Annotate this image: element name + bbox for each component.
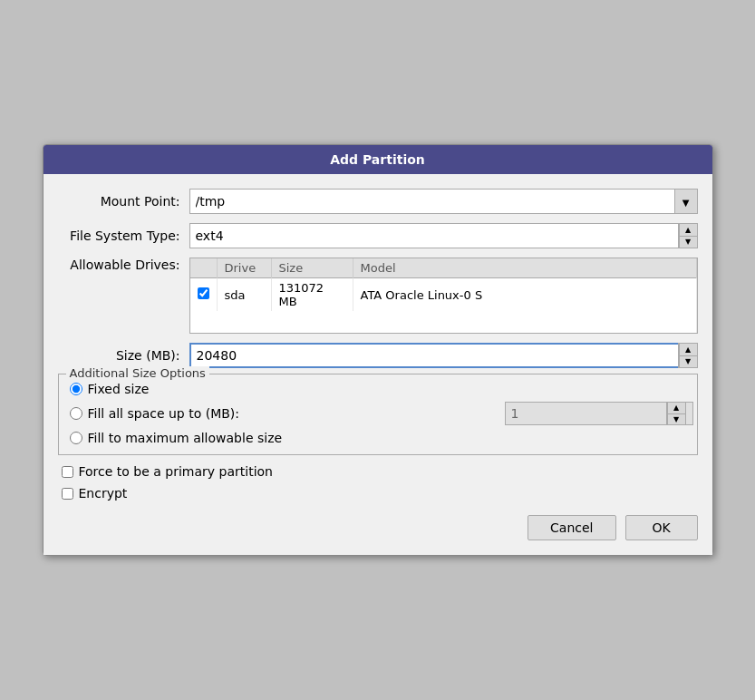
drives-col-radio: [190, 258, 218, 278]
file-system-type-down-button[interactable]: ▼: [679, 237, 697, 248]
additional-size-options-legend: Additional Size Options: [66, 366, 209, 380]
fill-space-row: Fill all space up to (MB): ▲ ▼: [70, 402, 686, 425]
fill-spinbox: ▲ ▼: [505, 402, 686, 425]
mount-point-input[interactable]: [189, 189, 698, 214]
mount-point-control: [189, 189, 698, 214]
force-primary-label: Force to be a primary partition: [79, 464, 273, 479]
fill-space-up-button[interactable]: ▲: [667, 403, 685, 414]
size-down-button[interactable]: ▼: [679, 356, 697, 368]
drives-col-size: Size: [271, 258, 353, 278]
drives-table-wrapper: Drive Size Model sda 131072 MB ATA: [189, 258, 698, 334]
dialog-body: Mount Point: File System Type: ▲ ▼: [44, 174, 712, 555]
drives-col-drive: Drive: [217, 258, 271, 278]
fill-max-label: Fill to maximum allowable size: [88, 431, 283, 445]
file-system-type-spinner-wrapper: ▲ ▼: [189, 223, 698, 248]
file-system-type-up-button[interactable]: ▲: [679, 224, 697, 237]
size-spinner-buttons: ▲ ▼: [678, 343, 698, 368]
drives-table: Drive Size Model sda 131072 MB ATA: [190, 258, 697, 333]
force-primary-checkbox[interactable]: [62, 466, 73, 478]
cancel-button[interactable]: Cancel: [528, 515, 615, 540]
encrypt-label: Encrypt: [79, 486, 128, 501]
fixed-size-radio[interactable]: [70, 383, 82, 395]
mount-point-label: Mount Point:: [58, 194, 189, 209]
force-primary-row: Force to be a primary partition: [58, 464, 698, 479]
size-input[interactable]: [189, 343, 698, 368]
fixed-size-label: Fixed size: [88, 382, 150, 396]
file-system-type-input[interactable]: [189, 223, 698, 248]
fill-max-row: Fill to maximum allowable size: [70, 431, 686, 445]
add-partition-dialog: Add Partition Mount Point: File System T…: [43, 144, 713, 556]
encrypt-row: Encrypt: [58, 486, 698, 501]
encrypt-checkbox[interactable]: [62, 488, 73, 500]
fill-space-input[interactable]: [505, 402, 693, 425]
file-system-type-label: File System Type:: [58, 228, 189, 243]
additional-size-options-group: Additional Size Options Fixed size Fill …: [58, 374, 698, 455]
size-input-wrapper: ▲ ▼: [189, 343, 698, 368]
fill-space-spinbox-wrapper: ▲ ▼: [505, 402, 686, 425]
drive-model-cell: ATA Oracle Linux-0 S: [353, 278, 696, 312]
size-row: Size (MB): ▲ ▼: [58, 343, 698, 368]
allowable-drives-label: Allowable Drives:: [58, 258, 189, 272]
drive-size-cell: 131072 MB: [271, 278, 353, 312]
drives-empty-row: [190, 311, 697, 333]
fill-space-down-button[interactable]: ▼: [667, 414, 685, 425]
file-system-type-control: ▲ ▼: [189, 223, 698, 248]
table-row: sda 131072 MB ATA Oracle Linux-0 S: [190, 278, 697, 312]
allowable-drives-row: Allowable Drives: Drive Size Model: [58, 258, 698, 334]
fill-space-spinner-buttons: ▲ ▼: [666, 402, 686, 425]
fill-space-radio[interactable]: [70, 407, 82, 420]
mount-point-row: Mount Point:: [58, 189, 698, 214]
file-system-type-row: File System Type: ▲ ▼: [58, 223, 698, 248]
drive-checkbox[interactable]: [198, 287, 209, 299]
size-label: Size (MB):: [58, 348, 189, 363]
size-up-button[interactable]: ▲: [679, 344, 697, 356]
fill-max-radio[interactable]: [70, 432, 82, 444]
fixed-size-row: Fixed size: [70, 382, 686, 396]
mount-point-select-wrapper: [189, 189, 698, 214]
fill-space-label: Fill all space up to (MB):: [88, 406, 240, 421]
dialog-title: Add Partition: [44, 145, 712, 174]
drive-name-cell: sda: [217, 278, 271, 312]
drives-col-model: Model: [353, 258, 696, 278]
drive-select-cell: [190, 278, 218, 312]
button-row: Cancel OK: [58, 510, 698, 540]
file-system-type-spinner-buttons: ▲ ▼: [678, 223, 698, 248]
ok-button[interactable]: OK: [625, 515, 698, 540]
